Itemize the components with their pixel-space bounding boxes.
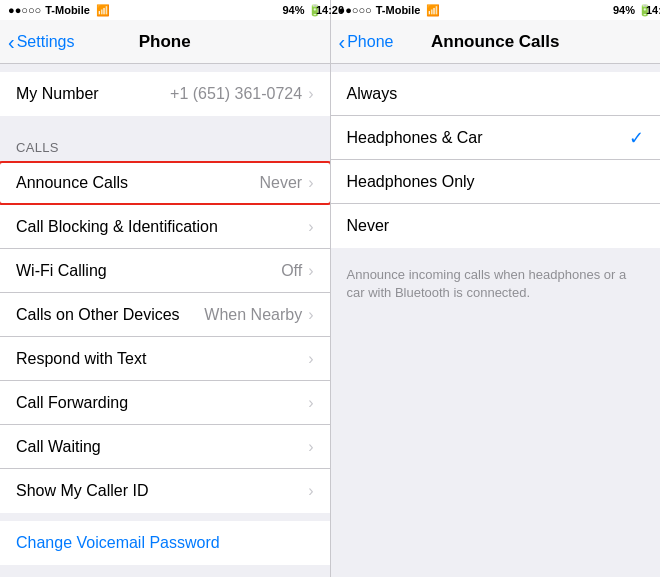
option-headphones-car-row[interactable]: Headphones & Car ✓	[331, 116, 661, 160]
footer-group: Change Voicemail Password	[0, 521, 330, 565]
change-voicemail-link[interactable]: Change Voicemail Password	[16, 534, 220, 552]
carrier-label-right: T-Mobile	[376, 4, 421, 16]
status-bar-left: ●●○○○ T-Mobile 📶 14:20 94% 🔋	[0, 0, 330, 20]
nav-bar-right: ‹ Phone Announce Calls	[331, 20, 661, 64]
status-bar-right: ●●○○○ T-Mobile 📶 14:20 94% 🔋	[331, 0, 661, 20]
time-left: 14:20	[316, 4, 330, 16]
my-number-group: My Number +1 (651) 361-0724 ›	[0, 72, 330, 116]
call-waiting-label: Call Waiting	[16, 438, 308, 456]
announce-calls-value: Never	[259, 174, 302, 192]
show-caller-id-chevron-icon: ›	[308, 482, 313, 500]
calls-other-devices-chevron-icon: ›	[308, 306, 313, 324]
wifi-calling-label: Wi-Fi Calling	[16, 262, 281, 280]
back-label-left: Settings	[17, 33, 75, 51]
my-number-row[interactable]: My Number +1 (651) 361-0724 ›	[0, 72, 330, 116]
nav-title-right: Announce Calls	[431, 32, 559, 52]
signal-icon: ●●○○○	[8, 4, 41, 16]
option-headphones-car-label: Headphones & Car	[347, 129, 630, 147]
calls-table-group: Announce Calls Never › Call Blocking & I…	[0, 161, 330, 513]
announce-calls-chevron-icon: ›	[308, 174, 313, 192]
call-blocking-label: Call Blocking & Identification	[16, 218, 308, 236]
left-panel: ●●○○○ T-Mobile 📶 14:20 94% 🔋 ‹ Settings …	[0, 0, 330, 577]
chevron-back-icon-right: ‹	[339, 32, 346, 52]
my-number-label: My Number	[16, 85, 170, 103]
respond-with-text-chevron-icon: ›	[308, 350, 313, 368]
battery-label-left: 94%	[282, 4, 304, 16]
call-waiting-chevron-icon: ›	[308, 438, 313, 456]
wifi-calling-chevron-icon: ›	[308, 262, 313, 280]
calls-other-devices-row[interactable]: Calls on Other Devices When Nearby ›	[0, 293, 330, 337]
announce-calls-row[interactable]: Announce Calls Never ›	[0, 161, 330, 205]
back-button-right[interactable]: ‹ Phone	[339, 32, 394, 52]
show-caller-id-row[interactable]: Show My Caller ID ›	[0, 469, 330, 513]
scroll-content-right: Always Headphones & Car ✓ Headphones Onl…	[331, 64, 661, 577]
call-forwarding-chevron-icon: ›	[308, 394, 313, 412]
call-blocking-chevron-icon: ›	[308, 218, 313, 236]
wifi-icon: 📶	[96, 4, 110, 17]
status-left-right: ●●○○○ T-Mobile 📶	[339, 4, 441, 17]
carrier-label: T-Mobile	[45, 4, 90, 16]
calls-other-devices-value: When Nearby	[204, 306, 302, 324]
battery-label-right: 94%	[613, 4, 635, 16]
call-waiting-row[interactable]: Call Waiting ›	[0, 425, 330, 469]
option-always-label: Always	[347, 85, 645, 103]
announce-calls-options: Always Headphones & Car ✓ Headphones Onl…	[331, 72, 661, 248]
respond-with-text-label: Respond with Text	[16, 350, 308, 368]
option-headphones-only-label: Headphones Only	[347, 173, 645, 191]
wifi-calling-row[interactable]: Wi-Fi Calling Off ›	[0, 249, 330, 293]
nav-bar-left: ‹ Settings Phone	[0, 20, 330, 64]
status-left: ●●○○○ T-Mobile 📶	[8, 4, 110, 17]
show-caller-id-label: Show My Caller ID	[16, 482, 308, 500]
option-always-row[interactable]: Always	[331, 72, 661, 116]
back-button-left[interactable]: ‹ Settings	[8, 32, 74, 52]
call-blocking-row[interactable]: Call Blocking & Identification ›	[0, 205, 330, 249]
nav-title-left: Phone	[139, 32, 191, 52]
right-panel: ●●○○○ T-Mobile 📶 14:20 94% 🔋 ‹ Phone Ann…	[331, 0, 661, 577]
announce-calls-description: Announce incoming calls when headphones …	[331, 256, 661, 312]
scroll-content-left: My Number +1 (651) 361-0724 › CALLS Anno…	[0, 64, 330, 577]
respond-with-text-row[interactable]: Respond with Text ›	[0, 337, 330, 381]
calls-other-devices-label: Calls on Other Devices	[16, 306, 204, 324]
chevron-back-icon-left: ‹	[8, 32, 15, 52]
option-headphones-only-row[interactable]: Headphones Only	[331, 160, 661, 204]
calls-section-header: CALLS	[0, 124, 330, 161]
my-number-value: +1 (651) 361-0724	[170, 85, 302, 103]
option-never-label: Never	[347, 217, 645, 235]
call-forwarding-row[interactable]: Call Forwarding ›	[0, 381, 330, 425]
wifi-icon-right: 📶	[426, 4, 440, 17]
chevron-right-icon: ›	[308, 85, 313, 103]
call-forwarding-label: Call Forwarding	[16, 394, 308, 412]
wifi-calling-value: Off	[281, 262, 302, 280]
checkmark-icon: ✓	[629, 127, 644, 149]
change-voicemail-row[interactable]: Change Voicemail Password	[0, 521, 330, 565]
option-never-row[interactable]: Never	[331, 204, 661, 248]
back-label-right: Phone	[347, 33, 393, 51]
time-right: 14:20	[646, 4, 660, 16]
announce-calls-label: Announce Calls	[16, 174, 259, 192]
